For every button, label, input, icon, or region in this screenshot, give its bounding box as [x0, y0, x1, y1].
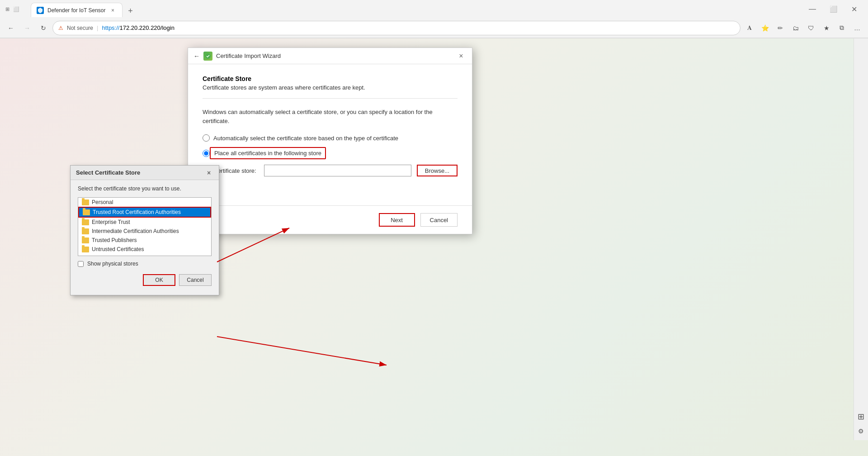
radio-manual-input[interactable]: [203, 150, 210, 157]
side-panel: ⊞ ⚙: [854, 38, 868, 440]
select-store-body: Select the certificate store you want to…: [71, 180, 219, 295]
more-btn[interactable]: …: [850, 21, 864, 35]
cert-dialog-close-btn[interactable]: ×: [456, 51, 467, 62]
window-controls: ⊞ ⬜: [4, 5, 20, 13]
page-content: ← Certificate Import Wizard × Certificat…: [0, 38, 868, 440]
restore-btn[interactable]: ⬜: [823, 2, 844, 16]
cert-store-label: Certificate store:: [213, 167, 259, 174]
cert-wizard-icon: [203, 52, 212, 61]
folder-icon: [82, 228, 89, 234]
address-bar[interactable]: ⚠ Not secure | https://172.20.220.220/lo…: [52, 21, 741, 35]
add-btn[interactable]: ⊞: [856, 411, 867, 422]
list-item-trusted-root[interactable]: Trusted Root Certification Authorities: [78, 207, 211, 218]
cert-store-input[interactable]: [264, 165, 411, 176]
new-tab-btn[interactable]: +: [124, 5, 137, 17]
translate-btn[interactable]: ⭐: [758, 21, 772, 35]
refresh-btn[interactable]: ↻: [36, 21, 51, 35]
separator: |: [97, 24, 98, 31]
list-item[interactable]: Trusted Publishers: [78, 236, 211, 245]
cert-dialog-titlebar: ← Certificate Import Wizard ×: [188, 48, 472, 64]
back-btn[interactable]: ←: [4, 21, 18, 35]
forward-btn: →: [20, 21, 34, 35]
select-store-desc: Select the certificate store you want to…: [78, 185, 212, 192]
store-list[interactable]: Personal Trusted Root Certification Auth…: [78, 197, 212, 256]
store-cancel-btn[interactable]: Cancel: [179, 274, 212, 286]
cert-dialog-body: Certificate Store Certificate stores are…: [188, 64, 472, 187]
read-aloud-btn[interactable]: 𝐀: [742, 21, 757, 35]
select-store-title: Select Certificate Store: [76, 169, 140, 176]
favorites-btn[interactable]: ★: [819, 21, 834, 35]
folder-icon: [83, 209, 90, 215]
store-item-label: Untrusted Certificates: [92, 246, 144, 252]
show-physical-stores-row[interactable]: Show physical stores: [78, 261, 212, 267]
radio-manual-label: Place all certificates in the following …: [210, 147, 326, 159]
show-physical-stores-checkbox[interactable]: [78, 261, 84, 267]
warning-icon: ⚠: [58, 25, 63, 31]
folder-icon: [82, 219, 89, 225]
tab-close-btn[interactable]: ×: [109, 7, 117, 14]
sidebar-btn[interactable]: ⧉: [835, 21, 849, 35]
radio-auto-option[interactable]: Automatically select the certificate sto…: [203, 134, 458, 142]
radio-auto-input[interactable]: [203, 134, 210, 142]
folder-icon: [82, 200, 89, 205]
nav-bar: ← → ↻ ⚠ Not secure | https://172.20.220.…: [0, 18, 868, 38]
tab-title: Defender for IoT Sensor: [47, 7, 106, 14]
list-item[interactable]: Enterprise Trust: [78, 218, 211, 227]
cert-dialog-footer: Next Cancel: [188, 205, 472, 234]
store-item-label: Trusted Publishers: [92, 237, 137, 243]
not-secure-label: Not secure: [67, 25, 93, 31]
store-item-label: Enterprise Trust: [92, 219, 130, 225]
svg-line-4: [217, 337, 387, 365]
browse-btn[interactable]: Browse...: [417, 165, 458, 176]
select-store-titlebar: Select Certificate Store ×: [71, 166, 219, 180]
list-item[interactable]: Personal: [78, 198, 211, 207]
title-bar: ⊞ ⬜ Defender for IoT Sensor × + — ⬜ ✕: [0, 0, 868, 18]
radio-auto-label[interactable]: Automatically select the certificate sto…: [213, 135, 398, 142]
folder-icon: [82, 238, 89, 243]
cert-store-subtext: Certificate stores are system areas wher…: [203, 84, 458, 91]
toolbar-icons: 𝐀 ⭐ ✏ 🗂 🛡 ★ ⧉ …: [742, 21, 864, 35]
cert-store-desc: Windows can automatically select a certi…: [203, 108, 458, 125]
collections-btn[interactable]: 🗂: [788, 21, 803, 35]
browser-chrome: ⊞ ⬜ Defender for IoT Sensor × + — ⬜ ✕ ← …: [0, 0, 868, 38]
active-tab[interactable]: Defender for IoT Sensor ×: [31, 3, 123, 17]
cert-dialog-title: Certificate Import Wizard: [216, 52, 281, 59]
dialog-back-btn[interactable]: ←: [193, 52, 200, 60]
cert-store-field: Certificate store: Browse...: [213, 165, 458, 176]
url-display: https://172.20.220.220/login: [102, 24, 174, 31]
open-tab-btn[interactable]: ⬜: [13, 5, 20, 13]
edit-btn[interactable]: ✏: [773, 21, 788, 35]
sidebar-toggle-btn[interactable]: ⊞: [4, 5, 11, 13]
minimize-btn[interactable]: —: [802, 2, 823, 16]
url-rest: 172.20.220.220/login: [119, 24, 174, 31]
next-btn[interactable]: Next: [379, 213, 415, 227]
folder-icon: [82, 247, 89, 252]
radio-manual-option[interactable]: Place all certificates in the following …: [203, 147, 458, 159]
select-store-footer: OK Cancel: [78, 272, 212, 290]
store-item-label: Trusted Root Certification Authorities: [93, 209, 181, 215]
list-item[interactable]: Untrusted Certificates: [78, 245, 211, 254]
divider: [203, 98, 458, 99]
close-btn[interactable]: ✕: [844, 2, 864, 16]
cert-dialog-cancel-btn[interactable]: Cancel: [420, 213, 458, 227]
settings-btn[interactable]: ⚙: [856, 426, 867, 437]
list-item[interactable]: Intermediate Certification Authorities: [78, 227, 211, 236]
cert-store-heading: Certificate Store: [203, 75, 458, 82]
browser-essentials-btn[interactable]: 🛡: [804, 21, 818, 35]
tabs-bar: Defender for IoT Sensor × +: [27, 1, 141, 17]
store-ok-btn[interactable]: OK: [143, 274, 175, 286]
select-store-close-btn[interactable]: ×: [204, 168, 213, 177]
defender-icon: [37, 7, 44, 14]
url-https: https://: [102, 24, 119, 31]
show-physical-stores-label[interactable]: Show physical stores: [87, 261, 138, 267]
cert-dialog-title-left: ← Certificate Import Wizard: [193, 52, 281, 61]
store-item-label: Personal: [92, 199, 113, 205]
cert-import-wizard-dialog: ← Certificate Import Wizard × Certificat…: [188, 48, 472, 234]
store-item-label: Intermediate Certification Authorities: [92, 228, 179, 234]
select-store-dialog: Select Certificate Store × Select the ce…: [70, 165, 219, 295]
